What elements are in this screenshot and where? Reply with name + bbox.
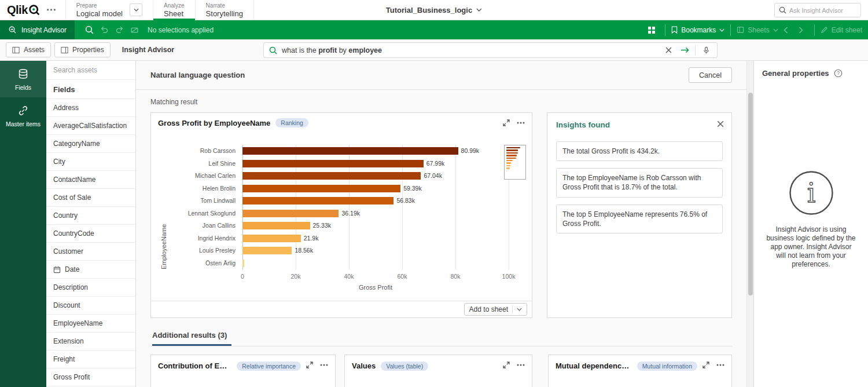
content-area: Fields Master items Fields AddressAverag… xyxy=(0,61,868,387)
chart-card: Gross Profit by EmployeeName Ranking xyxy=(150,112,532,318)
bar-joan-callins[interactable] xyxy=(242,222,310,229)
nav-group-label: Analyze xyxy=(164,2,185,9)
clear-query-icon[interactable] xyxy=(663,45,674,56)
app-title[interactable]: Tutorial_Business_logic xyxy=(386,0,482,20)
tab-additional-results[interactable]: Additional results (3) xyxy=(152,331,231,346)
ranking-badge: Ranking xyxy=(275,118,308,127)
more-menu-icon[interactable] xyxy=(320,364,328,366)
nav-tab-analyze[interactable]: Analyze Sheet xyxy=(153,0,196,20)
submit-query-icon[interactable] xyxy=(679,45,690,56)
field-item-customer[interactable]: Customer xyxy=(46,243,135,261)
bar-helen-brolin[interactable] xyxy=(242,185,400,192)
search-assets-box[interactable] xyxy=(46,61,135,80)
insight-item[interactable]: The top EmployeeName is Rob Carsson with… xyxy=(556,168,723,197)
bar-chart[interactable]: EmployeeName Rob CarssonLeif ShineMichae… xyxy=(151,129,532,301)
field-item-discount[interactable]: Discount xyxy=(46,297,135,315)
nl-question-title: Natural language question xyxy=(150,71,245,79)
more-menu-icon[interactable] xyxy=(517,122,525,124)
bar-sten-rlig[interactable] xyxy=(242,260,244,267)
field-item-address[interactable]: Address xyxy=(46,99,135,117)
general-properties-title: General properties xyxy=(762,69,829,78)
field-label: EmployeeName xyxy=(53,319,102,327)
field-item-country[interactable]: Country xyxy=(46,207,135,225)
query-text: what is the xyxy=(282,46,318,54)
field-item-date[interactable]: Date xyxy=(46,261,135,279)
field-item-city[interactable]: City xyxy=(46,153,135,171)
clear-selections-icon[interactable] xyxy=(127,23,142,37)
x-axis-ticks: 020k40k60k80k100k xyxy=(242,273,509,281)
chart-scroll-navigator[interactable] xyxy=(504,145,526,180)
card-badge: Relative importance xyxy=(237,362,301,371)
expand-icon[interactable] xyxy=(503,362,510,368)
microphone-icon[interactable] xyxy=(700,45,712,56)
field-item-description[interactable]: Description xyxy=(46,279,135,297)
fields-database-icon xyxy=(17,68,29,80)
search-icon xyxy=(269,46,277,54)
bar-leif-shine[interactable] xyxy=(242,160,424,167)
bar-louis-presley[interactable] xyxy=(242,247,292,254)
previous-sheet-icon[interactable] xyxy=(778,23,793,37)
app-overview-grid-icon[interactable] xyxy=(644,23,659,37)
bar-tom-lindwall[interactable] xyxy=(242,197,393,205)
insight-item[interactable]: The total Gross Profit is 434.2k. xyxy=(556,141,723,161)
bar-lennart-skoglund[interactable] xyxy=(242,210,339,217)
sidebar-item-fields[interactable]: Fields xyxy=(0,61,46,97)
nav-tab-narrate[interactable]: Narrate Storytelling xyxy=(196,0,254,20)
field-item-cost-of-sale[interactable]: Cost of Sale xyxy=(46,189,135,207)
more-menu-icon[interactable] xyxy=(517,364,525,366)
add-to-sheet-button[interactable]: Add to sheet xyxy=(464,303,527,316)
field-item-contactname[interactable]: ContactName xyxy=(46,171,135,189)
scrollbar-thumb[interactable] xyxy=(748,93,753,295)
chevron-down-icon xyxy=(476,8,482,12)
field-item-gross-profit[interactable]: Gross Profit xyxy=(46,368,135,386)
help-icon[interactable]: ? xyxy=(834,69,843,78)
logical-model-dropdown-button[interactable] xyxy=(130,3,142,16)
field-item-categoryname[interactable]: CategoryName xyxy=(46,135,135,153)
redo-icon[interactable] xyxy=(112,23,127,37)
field-label: Gross Profit xyxy=(53,373,90,381)
field-item-freight[interactable]: Freight xyxy=(46,351,135,368)
vertical-scrollbar[interactable] xyxy=(746,61,753,387)
mini-bar xyxy=(506,155,517,156)
insight-advisor-button[interactable]: Insight Advisor xyxy=(0,20,75,39)
bar-value-label: 56.83k xyxy=(396,197,415,205)
field-item-employeename[interactable]: EmployeeName xyxy=(46,315,135,333)
cancel-button[interactable]: Cancel xyxy=(689,67,732,83)
expand-icon[interactable] xyxy=(306,362,313,368)
edit-sheet-button[interactable]: Edit sheet xyxy=(821,26,862,34)
mini-bar xyxy=(506,147,520,148)
bar-michael-carlen[interactable] xyxy=(242,172,421,180)
properties-panel-button[interactable]: Properties xyxy=(54,42,111,57)
natural-language-query[interactable]: what is the profit by employee xyxy=(282,46,658,54)
insight-item[interactable]: The top 5 EmployeeName represents 76.5% … xyxy=(556,205,723,233)
bookmarks-button[interactable]: Bookmarks xyxy=(671,26,724,34)
insight-advisor-breadcrumb: Insight Advisor xyxy=(122,46,175,54)
field-item-averagecallsatisfaction[interactable]: AverageCallSatisfaction xyxy=(46,117,135,135)
y-axis-category-label: Lennart Skoglund xyxy=(163,209,236,218)
field-item-countrycode[interactable]: CountryCode xyxy=(46,225,135,243)
field-label: Country xyxy=(53,211,78,220)
sidebar-item-master-items[interactable]: Master items xyxy=(0,97,46,134)
card-badge: Mutual information xyxy=(637,362,697,371)
natural-language-search-bar[interactable]: what is the profit by employee xyxy=(263,42,718,58)
more-menu-icon[interactable] xyxy=(716,364,724,366)
nav-tab-prepare[interactable]: Prepare Logical model xyxy=(65,0,153,20)
mini-bar xyxy=(506,158,516,159)
bar-rob-carsson[interactable] xyxy=(242,147,458,155)
sheets-button[interactable]: Sheets xyxy=(737,26,778,34)
expand-icon[interactable] xyxy=(503,119,510,126)
ask-insight-advisor-input[interactable] xyxy=(789,7,856,14)
smart-search-icon[interactable] xyxy=(82,23,97,37)
field-item-extension[interactable]: Extension xyxy=(46,333,135,351)
ask-insight-advisor-search[interactable] xyxy=(774,3,861,17)
next-sheet-icon[interactable] xyxy=(793,23,808,37)
undo-icon[interactable] xyxy=(97,23,112,37)
search-assets-input[interactable] xyxy=(53,66,128,74)
nav-item-label: Sheet xyxy=(164,9,185,18)
close-icon[interactable] xyxy=(717,121,724,127)
assets-panel-button[interactable]: Assets xyxy=(6,42,51,57)
global-menu-button[interactable]: ⋯ xyxy=(46,7,56,13)
card-title: Contribution of Employ… xyxy=(158,362,231,370)
bar-ingrid-hendrix[interactable] xyxy=(242,235,301,242)
expand-icon[interactable] xyxy=(703,362,709,368)
